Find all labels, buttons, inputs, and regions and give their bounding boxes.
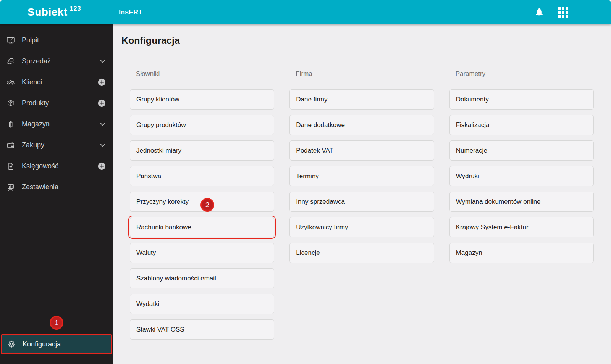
purchases-icon [6, 141, 15, 150]
sidebar-item-purchases[interactable]: Zakupy [0, 135, 113, 156]
config-card[interactable]: Przyczyny korekty 2 [130, 192, 274, 212]
config-card[interactable]: Magazyn [449, 243, 594, 263]
config-card[interactable]: Rachunki bankowe [130, 217, 274, 237]
config-card[interactable]: Fiskalizacja [449, 115, 594, 135]
config-card[interactable]: Dokumenty [449, 89, 594, 110]
sidebar-item-label: Klienci [22, 78, 42, 86]
logo-brand: Subiekt [27, 6, 68, 19]
sidebar-item-label: Konfiguracja [23, 340, 61, 348]
annotation-step-1: 1 [50, 316, 63, 330]
config-card-label: Użytkownicy firmy [296, 224, 348, 231]
config-card-label: Jednostki miary [136, 147, 181, 155]
sidebar-menu: Pulpit Sprzedaż Klienci Produkty Magazyn… [0, 24, 113, 198]
config-column: Firma Dane firmy Dane dodatkowe Podatek … [289, 57, 434, 268]
card-list: Dokumenty Fiskalizacja Numeracje Wydruki… [449, 89, 594, 263]
config-card-label: Waluty [136, 249, 156, 257]
config-card[interactable]: Numeracje [449, 140, 594, 161]
sidebar-item-sales[interactable]: Sprzedaż [0, 51, 113, 72]
sales-icon [6, 57, 15, 66]
config-column: Parametry Dokumenty Fiskalizacja Numerac… [449, 57, 594, 268]
sidebar-item-label: Zestawienia [22, 183, 58, 191]
page-title: Konfiguracja [121, 34, 601, 47]
card-list: Dane firmy Dane dodatkowe Podatek VAT Te… [289, 89, 434, 263]
config-card[interactable]: Wydatki [130, 294, 274, 314]
config-card[interactable]: Terminy [289, 166, 434, 186]
config-card-label: Wymiana dokumentów online [456, 198, 541, 206]
sidebar-item-products[interactable]: Produkty [0, 93, 113, 114]
config-card[interactable]: Podatek VAT [289, 140, 434, 161]
plus-circle-icon[interactable] [98, 99, 106, 107]
chevron-down-icon [100, 142, 106, 148]
config-card-label: Inny sprzedawca [296, 198, 345, 206]
config-card[interactable]: Licencje [289, 243, 434, 263]
accounting-icon [6, 162, 15, 171]
gear-icon [7, 340, 16, 349]
sidebar-item-warehouse[interactable]: Magazyn [0, 114, 113, 135]
sidebar-item-label: Sprzedaż [22, 57, 51, 65]
config-card[interactable]: Dane dodatkowe [289, 115, 434, 135]
column-header: Słowniki [136, 70, 274, 78]
product-name: InsERT [119, 8, 142, 16]
config-card[interactable]: Wydruki [449, 166, 594, 186]
config-card[interactable]: Państwa [130, 166, 274, 186]
annotation-step-2: 2 [200, 198, 214, 212]
main-content: Konfiguracja Słowniki Grupy klientów Gru… [113, 24, 611, 364]
config-card-label: Wydruki [456, 172, 479, 180]
config-card[interactable]: Krajowy System e-Faktur [449, 217, 594, 237]
config-card-label: Grupy klientów [136, 96, 179, 103]
products-icon [6, 99, 15, 108]
config-card-label: Podatek VAT [296, 147, 333, 155]
sidebar-item-label: Pulpit [22, 36, 39, 44]
sidebar-item-accounting[interactable]: Księgowość [0, 156, 113, 177]
sidebar-item-reports[interactable]: Zestawienia [0, 177, 113, 198]
clients-icon [6, 78, 15, 87]
app-logo: Subiekt 123 [0, 6, 113, 19]
config-card-label: Dane dodatkowe [296, 121, 345, 129]
config-card-label: Licencje [296, 249, 320, 257]
config-card[interactable]: Jednostki miary [130, 140, 274, 161]
config-card[interactable]: Waluty [130, 243, 274, 263]
config-card-label: Państwa [136, 172, 161, 180]
sidebar-item-label: Magazyn [22, 120, 50, 128]
sidebar-item-konfiguracja[interactable]: Konfiguracja [1, 334, 112, 354]
config-card-label: Grupy produktów [136, 121, 186, 129]
reports-icon [6, 183, 15, 192]
config-card[interactable]: Dane firmy [289, 89, 434, 110]
config-card[interactable]: Inny sprzedawca [289, 192, 434, 212]
config-card[interactable]: Wymiana dokumentów online [449, 192, 594, 212]
config-card-label: Terminy [296, 172, 319, 180]
config-card[interactable]: Szablony wiadomości email [130, 268, 274, 288]
topbar-actions [534, 0, 611, 24]
app-window: Subiekt 123 InsERT Pulpit Sprzedaż Klien [0, 0, 611, 364]
plus-circle-icon[interactable] [98, 162, 106, 170]
bell-icon[interactable] [534, 7, 545, 18]
config-card-label: Stawki VAT OSS [136, 326, 184, 333]
column-header: Firma [296, 70, 434, 78]
config-card[interactable]: Stawki VAT OSS [130, 319, 274, 340]
plus-circle-icon[interactable] [98, 78, 106, 86]
desktop-icon [6, 36, 15, 45]
config-card-label: Szablony wiadomości email [136, 275, 216, 282]
sidebar-item-desktop[interactable]: Pulpit [0, 30, 113, 51]
config-card[interactable]: Użytkownicy firmy [289, 217, 434, 237]
chevron-down-icon [100, 121, 106, 127]
config-card-label: Fiskalizacja [456, 121, 490, 129]
config-card-label: Numeracje [456, 147, 487, 155]
config-card[interactable]: Grupy produktów [130, 115, 274, 135]
sidebar-item-label: Zakupy [22, 141, 44, 149]
logo-superscript: 123 [70, 5, 81, 12]
sidebar: Pulpit Sprzedaż Klienci Produkty Magazyn… [0, 24, 113, 364]
card-list: Grupy klientów Grupy produktów Jednostki… [130, 89, 274, 340]
config-card-label: Dokumenty [456, 96, 489, 103]
sidebar-item-label: Księgowość [22, 162, 58, 170]
config-card-label: Dane firmy [296, 96, 327, 103]
config-card[interactable]: Grupy klientów [130, 89, 274, 110]
config-card-label: Rachunki bankowe [136, 224, 191, 231]
warehouse-icon [6, 120, 15, 129]
column-header: Parametry [456, 70, 594, 78]
apps-grid-icon[interactable] [558, 7, 568, 18]
sidebar-item-clients[interactable]: Klienci [0, 72, 113, 93]
config-columns: Słowniki Grupy klientów Grupy produktów … [113, 57, 611, 345]
topbar: Subiekt 123 InsERT [0, 0, 611, 24]
config-card-label: Przyczyny korekty [136, 198, 189, 206]
